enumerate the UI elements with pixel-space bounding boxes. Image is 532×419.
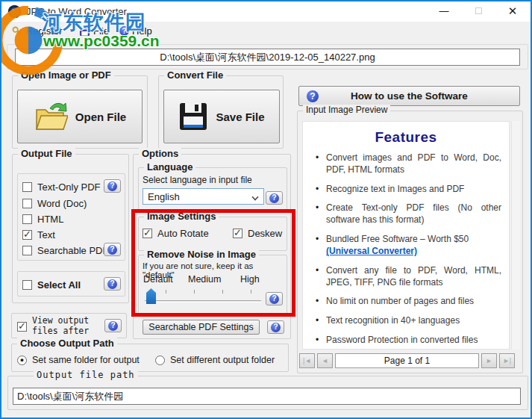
features-list: Convert images and PDF to Word, Doc, PDF… <box>313 152 501 347</box>
output-file-path-group: Output file path D:\tools\桌面\河东软件园 <box>7 376 528 410</box>
preview-content: Features Convert images and PDF to Word,… <box>302 121 510 350</box>
feature-item: No limit on number of pages and files <box>313 296 501 308</box>
save-file-button[interactable]: Save File <box>163 90 280 143</box>
menu-file[interactable]: File <box>79 24 109 38</box>
how-to-use-label: How to use the Software <box>351 90 468 102</box>
pager-first-button[interactable]: |◄ <box>299 353 315 368</box>
feature-item: Bundled Free Software – Worth $50 (Unive… <box>313 234 501 258</box>
red-highlight-rectangle <box>131 209 295 317</box>
select-all-row[interactable]: Select All <box>22 279 81 291</box>
searchable-pdf-settings-button[interactable]: Searchable PDF Settings <box>143 320 260 335</box>
menu-file-label: File <box>93 25 109 37</box>
different-folder-label: Set different output folder <box>170 355 275 365</box>
feature-item: Password Protection in converted files <box>313 335 501 347</box>
floppy-icon <box>79 25 90 37</box>
language-group: Language Select language in input file E… <box>138 167 287 210</box>
title-bar[interactable]: JPG to Word Converter — ✕ <box>1 1 531 22</box>
convert-file-group: Convert File Save File <box>158 75 284 149</box>
question-icon: ? <box>269 193 279 203</box>
question-icon: ? <box>108 321 118 331</box>
choose-output-path-title: Choose Output Path <box>17 338 117 349</box>
searchable-pdf-help-button[interactable]: ? <box>104 243 121 256</box>
feature-item: Convert images and PDF to Word, Doc, PDF… <box>313 152 501 176</box>
text-checkbox[interactable]: ✓ <box>22 230 32 240</box>
menu-register[interactable]: Register <box>12 24 62 38</box>
format-list-panel: Text-Only PDF ? Word (Doc) HTML ✓ Text S… <box>17 173 125 261</box>
select-all-panel: Select All ? <box>17 271 125 297</box>
feature-item: Recognize text in Images and PDF <box>313 184 501 196</box>
different-folder-radio-row[interactable]: Set different output folder <box>155 355 275 365</box>
key-icon <box>12 25 23 37</box>
app-icon <box>7 4 22 19</box>
view-output-row[interactable]: ✓ <box>17 320 27 332</box>
universal-converter-link[interactable]: (Universal Converter) <box>326 246 501 258</box>
feature-item: Create Text-only PDF files (No other sof… <box>313 202 501 226</box>
preview-scrollbar[interactable] <box>511 121 520 350</box>
view-output-help-button[interactable]: ? <box>104 319 122 332</box>
language-group-title: Language <box>144 161 195 173</box>
searchable-pdf-checkbox[interactable] <box>22 246 32 255</box>
select-all-checkbox[interactable] <box>22 280 32 290</box>
language-help-button[interactable]: ? <box>266 191 283 205</box>
output-file-path-title: Output file path <box>34 370 138 380</box>
format-row-text[interactable]: ✓ Text <box>22 229 55 240</box>
same-folder-label: Set same folder for output <box>32 355 140 365</box>
menu-help-label: Help <box>132 25 152 37</box>
open-file-label: Open File <box>75 111 126 123</box>
text-only-pdf-checkbox[interactable] <box>22 182 32 192</box>
open-image-group-title: Open Image or PDF <box>18 69 114 81</box>
different-folder-radio[interactable] <box>155 356 165 365</box>
pager-next-button[interactable]: ► <box>481 353 497 368</box>
text-only-pdf-label: Text-Only PDF <box>37 181 101 193</box>
input-image-preview-group: Input Image Preview Features Convert ima… <box>297 111 523 373</box>
input-image-preview-title: Input Image Preview <box>303 105 390 115</box>
maximize-button[interactable] <box>466 1 491 21</box>
language-dropdown[interactable]: English <box>143 188 264 205</box>
menu-bar: Register File ? Help <box>1 22 531 40</box>
searchable-pdf-settings-label: Searchable PDF Settings <box>148 322 253 332</box>
close-button[interactable]: ✕ <box>500 1 525 21</box>
question-icon: ? <box>107 181 117 191</box>
format-row-text-only-pdf[interactable]: Text-Only PDF <box>22 181 101 193</box>
input-path-box: D:\tools\桌面\河东软件园\2019-12-05_140227.png <box>15 49 520 66</box>
output-file-group: Output File Text-Only PDF ? Word (Doc) H… <box>12 154 129 303</box>
feature-item: Convert any file to PDF, Word, HTML, JPE… <box>313 265 501 289</box>
pager-last-button[interactable]: ►| <box>499 353 515 368</box>
app-window: JPG to Word Converter — ✕ Register File … <box>0 0 532 419</box>
options-group-title: Options <box>139 148 181 159</box>
select-all-label: Select All <box>37 279 81 291</box>
html-label: HTML <box>37 214 63 225</box>
open-folder-icon <box>34 101 68 132</box>
menu-help[interactable]: ? Help <box>119 24 152 38</box>
how-to-use-button[interactable]: ? How to use the Software <box>298 86 520 106</box>
word-doc-label: Word (Doc) <box>37 198 87 209</box>
minimize-button[interactable]: — <box>431 1 457 21</box>
searchable-pdf-label: Searchable PDF <box>37 245 108 256</box>
choose-output-path-group: Choose Output Path ● Set same folder for… <box>11 344 289 372</box>
format-row-html[interactable]: HTML <box>22 213 63 225</box>
text-only-pdf-help-button[interactable]: ? <box>104 179 121 193</box>
maximize-icon <box>475 7 482 14</box>
features-title: Features <box>303 129 509 146</box>
view-output-checkbox[interactable]: ✓ <box>17 322 27 332</box>
save-file-label: Save File <box>216 111 264 123</box>
question-icon: ? <box>107 245 117 255</box>
view-output-label: View output files after <box>32 316 89 337</box>
select-all-help-button[interactable]: ? <box>104 277 121 291</box>
pager-prev-button[interactable]: ◄ <box>317 353 333 368</box>
same-folder-radio[interactable]: ● <box>17 356 27 365</box>
searchable-pdf-settings-help-button[interactable]: ? <box>267 320 284 334</box>
open-image-group: Open Image or PDF Open File <box>12 75 148 149</box>
language-hint: Select language in input file <box>143 175 252 185</box>
output-path-box: D:\tools\桌面\河东软件园 <box>13 388 521 405</box>
format-row-word-doc[interactable]: Word (Doc) <box>22 197 87 209</box>
view-output-group: ✓ View output files after ? <box>11 313 127 338</box>
open-file-button[interactable]: Open File <box>17 90 143 143</box>
format-row-searchable-pdf[interactable]: Searchable PDF <box>22 244 108 256</box>
word-doc-checkbox[interactable] <box>22 199 32 208</box>
language-selected: English <box>148 191 180 202</box>
question-icon: ? <box>307 90 319 102</box>
same-folder-radio-row[interactable]: ● Set same folder for output <box>17 355 140 365</box>
feature-item: Text recognition in 40+ languages <box>313 315 501 327</box>
html-checkbox[interactable] <box>22 214 32 224</box>
